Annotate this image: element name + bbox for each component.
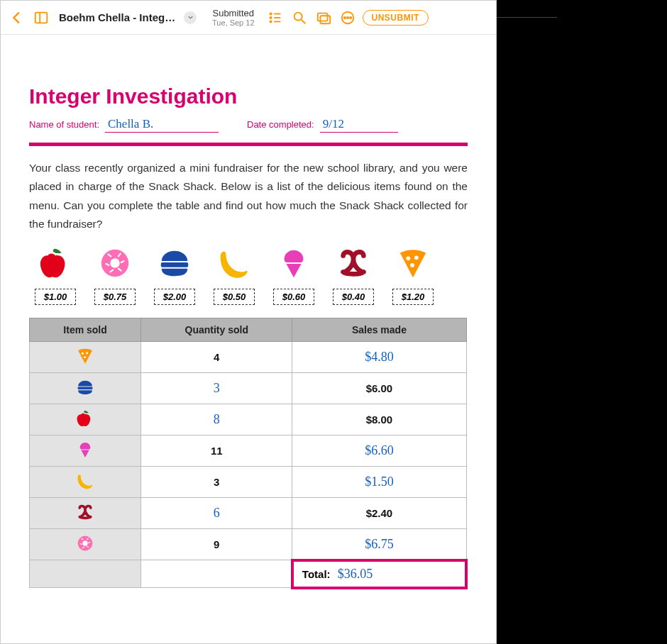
annotation-pointer [497, 17, 557, 18]
svg-point-20 [294, 12, 302, 20]
sales-cell: $6.75 [292, 529, 466, 560]
divider [29, 143, 468, 146]
table-row: 3$6.00 [30, 373, 467, 404]
col-sales: Sales made [292, 318, 466, 342]
price-box: $1.00 [35, 289, 76, 305]
table-row: 11$6.60 [30, 435, 467, 467]
pizza-icon [76, 347, 94, 365]
worksheet-body: Your class recently organized a mini fun… [29, 159, 468, 233]
price-box: $0.40 [333, 289, 374, 305]
date-label: Date completed: [247, 119, 314, 130]
col-item: Item sold [30, 318, 141, 342]
student-name-field: Name of student: Chella B. [29, 117, 219, 133]
snack-pretzel: $0.40 [330, 246, 377, 305]
svg-line-21 [301, 19, 305, 23]
sales-cell: $8.00 [292, 404, 466, 435]
table-row: 3$1.50 [30, 467, 467, 498]
item-cell [30, 435, 141, 467]
item-cell [30, 529, 141, 560]
app-window: Boehm Chella - Integers I... Submitted T… [0, 0, 497, 644]
more-icon[interactable] [338, 9, 357, 27]
price-box: $0.75 [94, 289, 136, 305]
price-box: $2.00 [154, 289, 195, 305]
col-qty: Quantity sold [141, 318, 292, 342]
table-row: 4$4.80 [30, 342, 467, 373]
pretzel-icon [336, 246, 371, 280]
unsubmit-button[interactable]: UNSUBMIT [363, 10, 429, 26]
worksheet-header-fields: Name of student: Chella B. Date complete… [29, 117, 468, 133]
svg-rect-23 [320, 16, 330, 23]
sales-cell: $6.00 [292, 373, 466, 404]
price-box: $0.60 [273, 289, 314, 305]
item-cell [30, 373, 141, 404]
qty-cell: 9 [141, 529, 292, 560]
svg-point-14 [270, 13, 271, 14]
snack-price-row: $1.00$0.75$2.00$0.50$0.60$0.40$1.20 [29, 246, 468, 305]
worksheet-title: Integer Investigation [29, 84, 468, 109]
qty-cell: 3 [141, 373, 292, 404]
apple-icon [76, 409, 94, 428]
sales-table: Item sold Quantity sold Sales made 4$4.8… [29, 318, 468, 589]
name-value: Chella B. [105, 117, 219, 133]
snack-burger: $2.00 [151, 246, 198, 305]
status-date: Tue, Sep 12 [212, 18, 255, 27]
pizza-icon [395, 246, 431, 280]
status-block: Submitted Tue, Sep 12 [212, 8, 255, 27]
qty-cell: 8 [141, 404, 292, 435]
item-cell [30, 342, 141, 373]
worksheet-page: Integer Investigation Name of student: C… [1, 35, 496, 611]
status-label: Submitted [212, 8, 255, 18]
chevron-down-icon[interactable] [184, 11, 197, 24]
icecream-icon [76, 440, 94, 459]
banana-icon [216, 246, 252, 280]
date-value: 9/12 [320, 117, 398, 133]
sales-cell: $6.60 [292, 435, 466, 467]
svg-rect-22 [317, 13, 327, 21]
sales-cell: $1.50 [292, 467, 466, 498]
sidebar-icon[interactable] [32, 9, 50, 27]
svg-point-25 [343, 16, 345, 18]
item-cell [30, 404, 141, 435]
apple-icon [38, 246, 73, 280]
document-title-group[interactable]: Boehm Chella - Integers I... [59, 11, 197, 24]
qty-cell: 3 [141, 467, 292, 498]
snack-banana: $0.50 [211, 246, 258, 305]
snack-pizza: $1.20 [390, 246, 436, 305]
date-field: Date completed: 9/12 [247, 117, 398, 133]
donut-icon [97, 246, 133, 280]
table-row: 9$6.75 [30, 529, 467, 560]
donut-icon [76, 534, 94, 553]
back-icon[interactable] [8, 9, 26, 27]
search-icon[interactable] [290, 9, 309, 27]
banana-icon [76, 472, 94, 490]
sales-cell: $4.80 [292, 342, 466, 373]
table-row: 6$2.40 [30, 498, 467, 529]
svg-point-16 [270, 21, 271, 22]
name-label: Name of student: [29, 119, 99, 130]
snack-icecream: $0.60 [270, 246, 317, 305]
toolbar: Boehm Chella - Integers I... Submitted T… [1, 1, 496, 35]
qty-cell: 6 [141, 498, 292, 529]
document-title: Boehm Chella - Integers I... [59, 11, 180, 23]
svg-rect-12 [35, 12, 48, 23]
svg-point-26 [346, 16, 348, 18]
table-empty [30, 560, 141, 588]
total-label: Total: [302, 568, 331, 580]
pretzel-icon [76, 503, 94, 521]
total-cell: Total: $36.05 [292, 560, 466, 588]
total-value: $36.05 [338, 567, 373, 581]
table-empty [141, 560, 292, 588]
snack-donut: $0.75 [92, 246, 138, 305]
icecream-icon [276, 246, 312, 280]
item-cell [30, 498, 141, 529]
burger-icon [76, 378, 94, 396]
price-box: $1.20 [392, 289, 434, 305]
list-icon[interactable] [266, 9, 285, 27]
item-cell [30, 467, 141, 498]
svg-point-27 [350, 16, 351, 18]
media-icon[interactable] [314, 9, 333, 27]
table-row: 8$8.00 [30, 404, 467, 435]
snack-apple: $1.00 [32, 246, 79, 305]
svg-point-15 [270, 16, 271, 18]
burger-icon [157, 246, 192, 280]
